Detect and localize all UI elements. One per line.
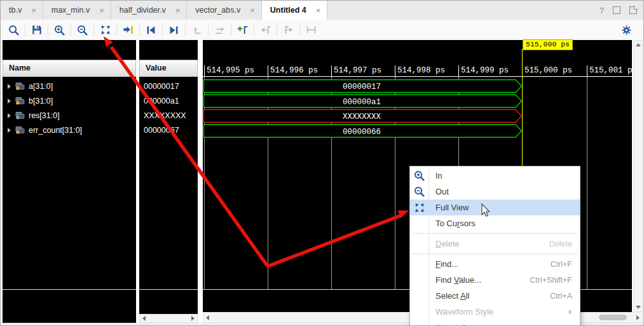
signal-row[interactable]: b[31:0] — [3, 93, 136, 108]
toolbar-separator — [162, 24, 163, 36]
toolbar-separator — [299, 24, 300, 36]
signal-value-panel: Value 00000017000000a1XXXXXXXX00000067 — [139, 40, 198, 314]
svg-text:514,996 ps: 514,996 ps — [270, 66, 318, 75]
zoom-in-icon — [53, 24, 65, 36]
expand-chevron-icon[interactable] — [8, 84, 11, 89]
toolbar-separator — [208, 24, 209, 36]
next-marker-icon — [282, 24, 294, 36]
bus-signal-icon — [15, 126, 25, 134]
wave-vertical-scrollbar[interactable] — [633, 40, 643, 312]
signal-row[interactable]: a[31:0] — [3, 79, 136, 93]
svg-text:00000017: 00000017 — [343, 83, 381, 92]
goto-time-button[interactable] — [119, 22, 137, 38]
zoom-out-button[interactable] — [73, 22, 92, 38]
goto-time-icon — [122, 24, 134, 36]
svg-text:515,001 ps: 515,001 ps — [589, 66, 632, 75]
tab-close-icon[interactable]: × — [316, 6, 321, 15]
menu-shortcut: Ctrl+Shift+F — [530, 276, 572, 285]
save-icon — [31, 24, 43, 36]
svg-text:515,000 ps: 515,000 ps — [524, 66, 572, 75]
signal-name-panel: Name a[31:0]b[31:0]res[31:0]err_count[31… — [3, 40, 136, 323]
scroll-left-icon[interactable] — [206, 315, 209, 320]
scroll-left-icon[interactable] — [142, 316, 146, 321]
toolbar-separator — [185, 24, 186, 36]
tab-close-icon[interactable]: × — [31, 6, 36, 15]
gear-icon — [621, 25, 632, 36]
snap-to-transition-icon — [214, 24, 226, 36]
svg-text:000000a1: 000000a1 — [343, 98, 381, 107]
signal-name: res[31:0] — [29, 111, 60, 120]
menu-separator — [412, 233, 578, 234]
tab-close-icon[interactable]: × — [99, 6, 104, 15]
menu-item-label: In — [435, 171, 442, 180]
prev-transition-button[interactable] — [142, 22, 160, 38]
zoom-out-icon — [76, 24, 88, 36]
prev-transition-icon — [146, 25, 156, 36]
scroll-down-icon[interactable] — [636, 306, 641, 309]
signal-value: 00000067 — [139, 123, 198, 137]
tab-max-min-v[interactable]: max_min.v× — [43, 1, 111, 20]
menu-item-label: Select All — [435, 291, 469, 301]
help-icon[interactable]: ? — [599, 6, 604, 15]
tab-label: Untitled 4 — [270, 6, 306, 15]
signal-value: 00000017 — [139, 79, 198, 93]
find-button[interactable] — [4, 22, 23, 38]
svg-text:514,997 ps: 514,997 ps — [334, 66, 381, 75]
signal-row[interactable]: res[31:0] — [3, 108, 136, 123]
menu-item-find-value[interactable]: Find Value...Ctrl+Shift+F — [410, 272, 580, 288]
zoom-fit-button[interactable] — [96, 22, 114, 38]
scroll-right-icon[interactable] — [191, 316, 195, 321]
settings-button[interactable] — [617, 22, 636, 38]
menu-item-waveform-style: Waveform Style — [410, 304, 580, 320]
tab-vector-abs-v[interactable]: vector_abs.v× — [187, 1, 261, 20]
signal-value: 000000a1 — [139, 93, 198, 108]
save-button[interactable] — [27, 22, 46, 38]
cursor-time-label[interactable]: 515,000 ps — [523, 39, 573, 50]
menu-item-to-cursors[interactable]: To Cursors — [410, 215, 580, 231]
tab-close-icon[interactable]: × — [175, 6, 181, 15]
expand-chevron-icon[interactable] — [8, 128, 11, 133]
menu-item-in[interactable]: In — [410, 168, 580, 184]
next-transition-button[interactable] — [165, 22, 183, 38]
zoom-out-icon — [410, 186, 428, 198]
tab-label: tb.v — [9, 6, 22, 15]
menu-shortcut: Delete — [549, 240, 572, 248]
add-marker-button[interactable] — [233, 22, 252, 38]
expand-chevron-icon[interactable] — [8, 98, 11, 104]
toolbar-separator — [254, 24, 254, 36]
menu-item-full-view[interactable]: Full View — [410, 200, 580, 215]
signal-name: err_count[31:0] — [29, 126, 82, 135]
prev-marker-icon — [259, 24, 271, 36]
expand-chevron-icon[interactable] — [8, 113, 11, 118]
menu-item-out[interactable]: Out — [410, 184, 580, 200]
signal-row[interactable]: err_count[31:0] — [3, 123, 136, 137]
value-column-header: Value — [139, 60, 198, 77]
tab-tb-v[interactable]: tb.v× — [1, 1, 43, 20]
menu-shortcut: Ctrl+A — [550, 292, 572, 301]
menu-item-label: Out — [435, 187, 449, 196]
scrollbar-thumb[interactable] — [599, 315, 627, 320]
zoom-in-button[interactable] — [50, 22, 69, 38]
menu-item-delete: DeleteDelete — [410, 236, 580, 252]
scroll-right-icon[interactable] — [636, 315, 640, 320]
bus-signal-icon — [15, 83, 25, 90]
tab-half-divider-v[interactable]: half_divider.v× — [111, 1, 188, 20]
tab-untitled-4[interactable]: Untitled 4× — [262, 1, 328, 20]
svg-text:XXXXXXXX: XXXXXXXX — [343, 112, 381, 121]
menu-item-label: Signal Color — [435, 323, 481, 326]
scroll-up-icon[interactable] — [636, 43, 641, 46]
float-icon[interactable] — [629, 6, 637, 14]
svg-text:514,999 ps: 514,999 ps — [461, 66, 509, 75]
tab-close-icon[interactable]: × — [250, 6, 255, 15]
toolbar-separator — [48, 24, 48, 36]
span-markers-icon — [305, 24, 317, 36]
tab-label: max_min.v — [51, 6, 90, 15]
menu-item-signal-color: Signal Color — [410, 320, 580, 326]
toolbar-separator — [25, 24, 25, 36]
maximize-icon[interactable] — [613, 6, 620, 14]
value-horizontal-scrollbar[interactable] — [139, 314, 198, 323]
menu-item-select-all[interactable]: Select AllCtrl+A — [410, 288, 580, 304]
add-marker-icon — [236, 24, 249, 36]
menu-item-find[interactable]: Find...Ctrl+F — [410, 256, 580, 272]
window-controls: ? — [599, 1, 637, 20]
